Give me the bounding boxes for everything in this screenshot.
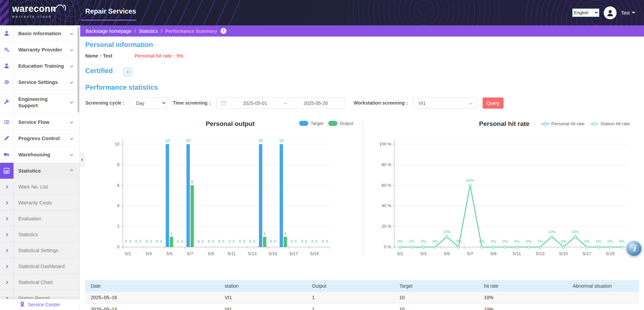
breadcrumb-backstage-homepage[interactable]: Backstage homepage bbox=[86, 28, 131, 34]
bar-chart-icon bbox=[0, 163, 14, 179]
calendar-icon bbox=[221, 101, 226, 106]
legend-item-personal-hit-rate[interactable]: Personal hit rate bbox=[541, 121, 584, 126]
legend-item-target[interactable]: Target bbox=[299, 121, 324, 126]
legend-marker bbox=[590, 122, 599, 126]
svg-text:0%: 0% bbox=[479, 239, 485, 243]
sidebar-subitem-statistical-settings[interactable]: Statistical Settings bbox=[0, 243, 80, 259]
table-row: 2025–05–16VI111010% bbox=[85, 292, 639, 304]
sidebar-subitem-statistical-dashboard[interactable]: Statistical Dashboard bbox=[0, 259, 80, 274]
output-bar bbox=[170, 237, 173, 247]
svg-text:10: 10 bbox=[165, 138, 170, 143]
query-button[interactable]: Query bbox=[483, 97, 504, 109]
screening-cycle-select[interactable]: Day bbox=[130, 97, 167, 109]
legend-label: Personal hit rate bbox=[551, 121, 584, 126]
date-from-value[interactable]: 2025-05-01 bbox=[226, 101, 284, 106]
column-header-station: station bbox=[219, 283, 307, 289]
svg-text:0%: 0% bbox=[537, 239, 543, 243]
column-header-date: Date bbox=[85, 283, 219, 289]
sidebar-subitem-label: Warranty Costs bbox=[18, 200, 66, 206]
svg-text:0%: 0% bbox=[561, 239, 567, 243]
chevron-down-icon bbox=[70, 81, 73, 84]
svg-text:0: 0 bbox=[218, 239, 220, 243]
svg-text:10%: 10% bbox=[443, 230, 451, 234]
add-certification-button[interactable]: + bbox=[123, 67, 132, 76]
app-header: wareconn warranty cloud Repair Services … bbox=[0, 0, 644, 25]
sidebar-item-warehousing[interactable]: Warehousing bbox=[0, 147, 80, 163]
svg-text:5/9: 5/9 bbox=[208, 251, 214, 256]
sidebar-item-service-settings[interactable]: Service Settings bbox=[0, 74, 80, 90]
service-center-label: Service Center bbox=[28, 302, 60, 307]
sidebar-subitem-evaluation[interactable]: Evaluation bbox=[0, 211, 80, 227]
sidebar-item-label: Basic Information bbox=[18, 30, 66, 37]
pencil-icon bbox=[0, 130, 14, 146]
chevron-right-icon bbox=[0, 195, 14, 211]
svg-text:0: 0 bbox=[160, 239, 162, 243]
svg-text:0: 0 bbox=[315, 239, 317, 243]
sidebar-subitem-statistical-chart[interactable]: Statistical Chart bbox=[0, 274, 80, 290]
sidebar-item-progress-control[interactable]: Progress Control bbox=[0, 130, 80, 147]
workstation-screening-label: Workstation screening： bbox=[354, 100, 409, 106]
svg-text:5/1: 5/1 bbox=[397, 251, 403, 256]
bar-chart-title: Personal output bbox=[154, 120, 306, 128]
chevron-right-icon bbox=[0, 259, 14, 274]
performance-statistics-title: Performance statistics bbox=[85, 84, 158, 91]
svg-text:0%: 0% bbox=[514, 239, 520, 243]
date-range-input[interactable]: 2025-05-01 – 2025-05-20 bbox=[216, 97, 345, 109]
data-point-marker bbox=[597, 246, 600, 248]
svg-text:100 %: 100 % bbox=[379, 142, 391, 147]
list-icon bbox=[0, 114, 14, 130]
sidebar-subitem-statistics[interactable]: Statistics bbox=[0, 227, 80, 243]
workstation-select[interactable]: VI1 bbox=[413, 97, 477, 109]
svg-text:5/3: 5/3 bbox=[420, 251, 426, 256]
data-point-marker bbox=[469, 184, 471, 186]
sidebar-item-statistics[interactable]: Statistics bbox=[0, 163, 80, 179]
svg-text:5/3: 5/3 bbox=[146, 251, 152, 256]
chevron-down-icon bbox=[70, 101, 73, 104]
svg-text:6: 6 bbox=[117, 183, 119, 188]
svg-text:0%: 0% bbox=[502, 239, 508, 243]
cell-date: 2025–05–16 bbox=[85, 295, 219, 300]
sidebar-item-basic-information[interactable]: Basic Information bbox=[0, 25, 80, 42]
cell-hit-rate: 10% bbox=[479, 307, 567, 310]
avatar[interactable] bbox=[604, 6, 617, 19]
legend-label: Station hit rate bbox=[600, 121, 630, 126]
breadcrumb-statistics[interactable]: Statistics bbox=[139, 28, 158, 34]
sidebar-subitem-label: Statistical Chart bbox=[18, 279, 66, 286]
breadcrumb-separator: / bbox=[161, 28, 162, 34]
name-label: Name：Test bbox=[85, 53, 112, 59]
station-hit-rate-line bbox=[400, 185, 622, 247]
sidebar-item-service-flow[interactable]: Service Flow bbox=[0, 114, 80, 130]
svg-text:0: 0 bbox=[322, 239, 324, 243]
svg-text:10%: 10% bbox=[548, 230, 556, 234]
sidebar-subitem-ware-no-list[interactable]: Ware No. List bbox=[0, 179, 80, 195]
sidebar-collapse-handle[interactable] bbox=[80, 153, 85, 167]
header-ring-pattern bbox=[346, 0, 502, 25]
svg-text:60%: 60% bbox=[466, 178, 474, 182]
sidebar-item-engineering-support[interactable]: Engineering Support bbox=[0, 90, 80, 114]
legend-label: Output bbox=[340, 121, 354, 126]
svg-text:0: 0 bbox=[243, 239, 245, 243]
wrench-icon bbox=[0, 90, 14, 114]
sidebar-subitem-warranty-costs[interactable]: Warranty Costs bbox=[0, 195, 80, 211]
svg-text:1: 1 bbox=[264, 231, 266, 236]
language-select[interactable]: English bbox=[572, 8, 599, 17]
service-center-link[interactable]: Service Center bbox=[0, 299, 80, 310]
brand-logo[interactable]: wareconn warranty cloud bbox=[12, 4, 56, 18]
sidebar-item-label: Warranty Provider bbox=[18, 46, 66, 53]
user-menu[interactable]: Test bbox=[621, 10, 635, 16]
sidebar-item-label: Warehousing bbox=[18, 151, 66, 158]
help-icon[interactable]: ? bbox=[221, 28, 226, 34]
date-to-value[interactable]: 2025-05-20 bbox=[287, 101, 345, 106]
sidebar-item-warranty-provider[interactable]: Warranty Provider bbox=[0, 42, 80, 58]
legend-item-station-hit-rate[interactable]: Station hit rate bbox=[590, 121, 630, 126]
sidebar-scrollbar[interactable] bbox=[77, 27, 79, 112]
breadcrumb: Backstage homepage/Statistics/Performanc… bbox=[80, 25, 644, 37]
sidebar-item-education-training[interactable]: Education Training bbox=[0, 58, 80, 74]
header-hatch-pattern bbox=[51, 0, 240, 25]
svg-text:5/17: 5/17 bbox=[289, 251, 298, 256]
info-button[interactable]: i bbox=[626, 241, 642, 257]
sidebar: Basic InformationWarranty ProviderEducat… bbox=[0, 25, 80, 310]
sidebar-item-label: Service Flow bbox=[18, 119, 66, 125]
legend-item-output[interactable]: Output bbox=[328, 121, 354, 126]
chevron-down-icon bbox=[70, 137, 73, 140]
